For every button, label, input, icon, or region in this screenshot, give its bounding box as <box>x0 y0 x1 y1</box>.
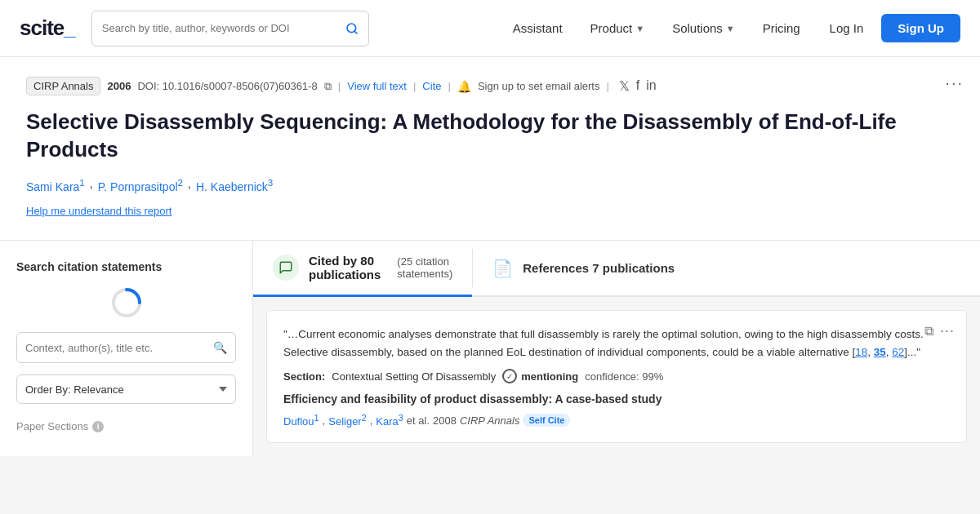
citation-meta: Section: Contextual Setting Of Disassemb… <box>283 369 950 383</box>
nav-links: Assistant Product ▼ Solutions ▼ Pricing … <box>501 14 960 42</box>
content-row: Search citation statements 🔍 Order By: R… <box>0 241 980 456</box>
product-chevron-icon: ▼ <box>635 24 644 33</box>
more-options-button[interactable]: ··· <box>945 73 964 92</box>
mention-badge: ✓ mentioning <box>502 369 578 383</box>
journal-badge: CIRP Annals <box>26 77 100 95</box>
paper-title: Selective Disassembly Sequencing: A Meth… <box>26 109 954 164</box>
ref-author-1[interactable]: Duflou1 <box>283 413 319 428</box>
confidence-text: confidence: 99% <box>585 370 663 383</box>
self-cite-badge: Self Cite <box>523 414 570 427</box>
section-name: Contextual Setting Of Disassembly <box>332 370 496 383</box>
author-1[interactable]: Sami Kara1 <box>26 177 85 193</box>
author-2[interactable]: P. Pornprasitpol2 <box>98 177 183 193</box>
ref-paper-title: Efficiency and feasibility of product di… <box>283 392 950 408</box>
nav-solutions[interactable]: Solutions ▼ <box>661 15 746 42</box>
sidebar-heading: Search citation statements <box>16 260 236 273</box>
references-label: References 7 publications <box>523 261 675 275</box>
citation-count-text: (25 citation <box>397 255 452 268</box>
cited-by-main-text: Cited by 80 <box>309 254 381 268</box>
main-content: Cited by 80 publications (25 citation st… <box>253 241 980 456</box>
nav-product[interactable]: Product ▼ <box>579 15 657 42</box>
bell-icon: 🔔 <box>457 80 471 93</box>
card-actions: ⧉ ··· <box>924 322 955 339</box>
ref-author-3[interactable]: Kara3 <box>376 413 403 428</box>
linkedin-icon[interactable]: in <box>646 78 656 94</box>
tabs-bar: Cited by 80 publications (25 citation st… <box>253 241 980 297</box>
help-understand-link[interactable]: Help me understand this report <box>26 205 172 217</box>
view-full-text-link[interactable]: View full text <box>347 80 407 92</box>
copy-doi-icon[interactable]: ⧉ <box>324 80 332 93</box>
facebook-icon[interactable]: f <box>636 78 639 94</box>
citation-cards: ⧉ ··· "…Current economic analyses demons… <box>253 297 980 456</box>
tab-references[interactable]: 📄 References 7 publications <box>473 241 980 295</box>
citation-quote: "…Current economic analyses demonstrate … <box>283 326 950 361</box>
nav-pricing[interactable]: Pricing <box>751 15 812 42</box>
social-icons: 𝕏 f in <box>619 78 657 94</box>
cited-by-label: Cited by 80 publications <box>309 254 381 281</box>
cited-by-icon <box>273 255 299 281</box>
loading-indicator <box>110 286 143 319</box>
citation-search-icon: 🔍 <box>213 341 227 354</box>
section-label: Section: <box>283 370 325 383</box>
ref-journal: CIRP Annals <box>460 414 519 427</box>
info-icon: i <box>92 421 104 432</box>
tab-cited-by[interactable]: Cited by 80 publications (25 citation st… <box>253 241 472 297</box>
main-container: CIRP Annals 2006 DOI: 10.1016/s0007-8506… <box>0 57 980 456</box>
ref-35[interactable]: 35 <box>874 346 886 358</box>
ref-author-2[interactable]: Seliger2 <box>328 413 367 428</box>
sep4: | <box>606 80 608 92</box>
ref-18[interactable]: 18 <box>855 346 867 358</box>
citation-card: ⧉ ··· "…Current economic analyses demons… <box>266 310 967 443</box>
svg-line-1 <box>354 31 357 33</box>
order-select[interactable]: Order By: Relevance Date Author <box>16 374 236 404</box>
nav-assistant[interactable]: Assistant <box>501 15 574 42</box>
signup-button[interactable]: Sign Up <box>881 14 960 42</box>
citation-search-input[interactable] <box>25 342 213 354</box>
citation-count-text2: statements) <box>397 268 452 280</box>
sep1: | <box>338 80 341 92</box>
ref-paper-authors: Duflou1, Seliger2, Kara3 et al. 2008 CIR… <box>283 413 950 428</box>
solutions-chevron-icon: ▼ <box>726 24 735 33</box>
cite-link[interactable]: Cite <box>422 80 441 92</box>
copy-citation-button[interactable]: ⧉ <box>924 324 933 339</box>
ref-et-al: et al. <box>407 414 430 427</box>
sep2: | <box>413 80 416 92</box>
citation-statements-label: (25 citation statements) <box>397 255 452 280</box>
left-sidebar: Search citation statements 🔍 Order By: R… <box>0 241 253 456</box>
mention-icon: ✓ <box>502 369 517 383</box>
paper-meta-row: CIRP Annals 2006 DOI: 10.1016/s0007-8506… <box>26 77 954 95</box>
twitter-icon[interactable]: 𝕏 <box>619 78 630 94</box>
cited-by-main-text2: publications <box>309 268 381 281</box>
paper-sections-label: Paper Sections i <box>16 420 236 432</box>
paper-year: 2006 <box>107 80 131 92</box>
paper-section: CIRP Annals 2006 DOI: 10.1016/s0007-8506… <box>0 57 980 241</box>
logo-underscore: _ <box>64 16 74 40</box>
authors: Sami Kara1, P. Pornprasitpol2, H. Kaeber… <box>26 177 954 193</box>
ref-62[interactable]: 62 <box>892 346 904 358</box>
sep3: | <box>448 80 450 92</box>
mention-type: mentioning <box>521 370 578 383</box>
references-icon: 📄 <box>492 259 513 278</box>
citation-more-button[interactable]: ··· <box>940 322 955 339</box>
author-3[interactable]: H. Kaebernick3 <box>196 177 273 193</box>
citation-search-box[interactable]: 🔍 <box>16 332 236 363</box>
search-input[interactable] <box>102 22 345 34</box>
search-button[interactable] <box>345 22 359 35</box>
header: scite_ Assistant Product ▼ Solutions ▼ P… <box>0 0 980 57</box>
logo: scite_ <box>20 16 75 41</box>
login-button[interactable]: Log In <box>817 15 877 42</box>
ref-year: 2008 <box>433 414 457 427</box>
search-bar[interactable] <box>91 11 369 47</box>
sign-up-alerts: Sign up to set email alerts <box>478 80 600 92</box>
doi-text: DOI: 10.1016/s0007-8506(07)60361-8 <box>137 80 317 92</box>
